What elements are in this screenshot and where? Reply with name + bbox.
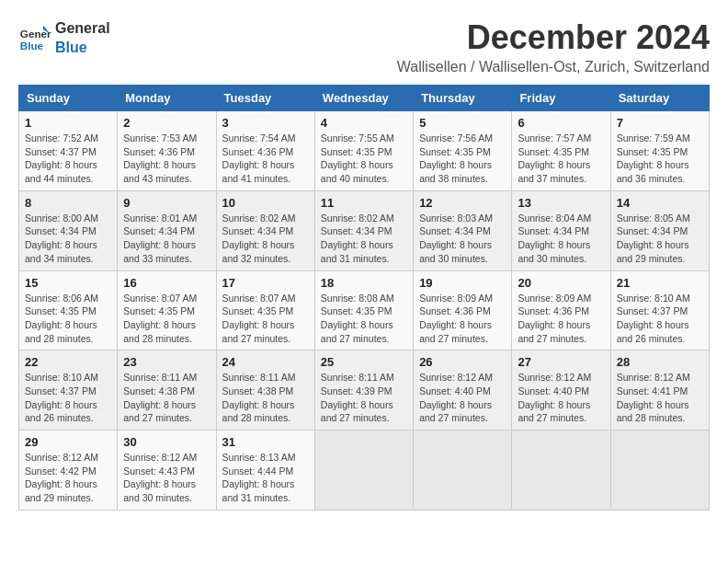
day-info: Sunrise: 8:04 AM Sunset: 4:34 PM Dayligh… (518, 212, 604, 266)
day-info: Sunrise: 8:07 AM Sunset: 4:35 PM Dayligh… (123, 292, 210, 346)
col-saturday: Saturday (610, 86, 709, 111)
logo-icon: General Blue (18, 21, 51, 54)
day-info: Sunrise: 8:09 AM Sunset: 4:36 PM Dayligh… (419, 292, 506, 346)
day-info: Sunrise: 8:09 AM Sunset: 4:36 PM Dayligh… (518, 292, 604, 346)
day-number: 28 (617, 355, 703, 369)
day-number: 3 (222, 116, 309, 130)
calendar-cell: 3 Sunrise: 7:54 AM Sunset: 4:36 PM Dayli… (216, 111, 314, 191)
logo-general: General (55, 20, 110, 36)
day-info: Sunrise: 8:12 AM Sunset: 4:40 PM Dayligh… (419, 371, 506, 425)
calendar-cell: 5 Sunrise: 7:56 AM Sunset: 4:35 PM Dayli… (414, 111, 512, 191)
calendar-week-5: 29 Sunrise: 8:12 AM Sunset: 4:42 PM Dayl… (19, 431, 710, 511)
calendar-cell: 21 Sunrise: 8:10 AM Sunset: 4:37 PM Dayl… (610, 270, 709, 350)
calendar-cell: 19 Sunrise: 8:09 AM Sunset: 4:36 PM Dayl… (414, 270, 512, 350)
calendar-cell: 18 Sunrise: 8:08 AM Sunset: 4:35 PM Dayl… (314, 270, 413, 350)
day-number: 11 (321, 196, 407, 210)
col-sunday: Sunday (19, 86, 118, 111)
day-number: 22 (25, 355, 111, 369)
page-subtitle: Wallisellen / Wallisellen-Ost, Zurich, S… (397, 59, 710, 75)
day-number: 9 (123, 196, 210, 210)
day-number: 7 (617, 116, 703, 130)
calendar-cell (610, 431, 709, 511)
calendar-header-row: Sunday Monday Tuesday Wednesday Thursday… (19, 86, 710, 111)
col-monday: Monday (118, 86, 216, 111)
day-number: 24 (222, 355, 309, 369)
calendar-cell: 29 Sunrise: 8:12 AM Sunset: 4:42 PM Dayl… (19, 431, 118, 511)
day-info: Sunrise: 8:01 AM Sunset: 4:34 PM Dayligh… (123, 212, 210, 266)
calendar-cell: 1 Sunrise: 7:52 AM Sunset: 4:37 PM Dayli… (19, 111, 118, 191)
day-info: Sunrise: 7:56 AM Sunset: 4:35 PM Dayligh… (419, 132, 506, 186)
day-info: Sunrise: 8:13 AM Sunset: 4:44 PM Dayligh… (222, 451, 309, 505)
day-info: Sunrise: 8:03 AM Sunset: 4:34 PM Dayligh… (419, 212, 506, 266)
day-number: 26 (419, 355, 506, 369)
day-info: Sunrise: 8:07 AM Sunset: 4:35 PM Dayligh… (222, 292, 309, 346)
day-info: Sunrise: 8:00 AM Sunset: 4:34 PM Dayligh… (25, 212, 111, 266)
calendar-cell: 27 Sunrise: 8:12 AM Sunset: 4:40 PM Dayl… (512, 350, 610, 431)
day-number: 2 (123, 116, 210, 130)
calendar-cell: 17 Sunrise: 8:07 AM Sunset: 4:35 PM Dayl… (216, 270, 314, 350)
calendar-week-3: 15 Sunrise: 8:06 AM Sunset: 4:35 PM Dayl… (19, 270, 710, 350)
col-friday: Friday (512, 86, 610, 111)
calendar-cell: 15 Sunrise: 8:06 AM Sunset: 4:35 PM Dayl… (19, 270, 118, 350)
day-info: Sunrise: 7:55 AM Sunset: 4:35 PM Dayligh… (321, 132, 407, 186)
day-number: 20 (518, 276, 604, 290)
col-wednesday: Wednesday (314, 86, 413, 111)
day-number: 17 (222, 276, 309, 290)
calendar-cell: 16 Sunrise: 8:07 AM Sunset: 4:35 PM Dayl… (118, 270, 216, 350)
day-number: 30 (123, 435, 210, 449)
day-info: Sunrise: 8:11 AM Sunset: 4:38 PM Dayligh… (222, 371, 309, 425)
calendar-week-1: 1 Sunrise: 7:52 AM Sunset: 4:37 PM Dayli… (19, 111, 710, 191)
calendar-week-2: 8 Sunrise: 8:00 AM Sunset: 4:34 PM Dayli… (19, 190, 710, 270)
calendar-cell (314, 431, 413, 511)
calendar-cell (414, 431, 512, 511)
day-number: 1 (25, 116, 111, 130)
day-number: 14 (617, 196, 703, 210)
day-info: Sunrise: 8:11 AM Sunset: 4:39 PM Dayligh… (321, 371, 407, 425)
calendar-cell: 22 Sunrise: 8:10 AM Sunset: 4:37 PM Dayl… (19, 350, 118, 431)
day-number: 10 (222, 196, 309, 210)
day-info: Sunrise: 7:57 AM Sunset: 4:35 PM Dayligh… (518, 132, 604, 186)
calendar-cell: 4 Sunrise: 7:55 AM Sunset: 4:35 PM Dayli… (314, 111, 413, 191)
day-info: Sunrise: 8:10 AM Sunset: 4:37 PM Dayligh… (617, 292, 703, 346)
day-number: 31 (222, 435, 309, 449)
calendar-cell: 23 Sunrise: 8:11 AM Sunset: 4:38 PM Dayl… (118, 350, 216, 431)
day-number: 21 (617, 276, 703, 290)
day-info: Sunrise: 8:12 AM Sunset: 4:40 PM Dayligh… (518, 371, 604, 425)
day-info: Sunrise: 8:02 AM Sunset: 4:34 PM Dayligh… (222, 212, 309, 266)
calendar-cell: 12 Sunrise: 8:03 AM Sunset: 4:34 PM Dayl… (414, 190, 512, 270)
day-number: 13 (518, 196, 604, 210)
logo: General Blue General Blue (18, 18, 110, 57)
calendar-cell: 25 Sunrise: 8:11 AM Sunset: 4:39 PM Dayl… (314, 350, 413, 431)
calendar-cell: 31 Sunrise: 8:13 AM Sunset: 4:44 PM Dayl… (216, 431, 314, 511)
day-info: Sunrise: 8:12 AM Sunset: 4:43 PM Dayligh… (123, 451, 210, 505)
calendar-cell: 28 Sunrise: 8:12 AM Sunset: 4:41 PM Dayl… (610, 350, 709, 431)
calendar-cell: 20 Sunrise: 8:09 AM Sunset: 4:36 PM Dayl… (512, 270, 610, 350)
day-number: 15 (25, 276, 111, 290)
calendar-cell: 14 Sunrise: 8:05 AM Sunset: 4:34 PM Dayl… (610, 190, 709, 270)
day-number: 12 (419, 196, 506, 210)
title-block: December 2024 Wallisellen / Wallisellen-… (397, 18, 710, 75)
col-thursday: Thursday (414, 86, 512, 111)
day-info: Sunrise: 8:10 AM Sunset: 4:37 PM Dayligh… (25, 371, 111, 425)
logo-blue: Blue (55, 40, 87, 55)
day-number: 29 (25, 435, 111, 449)
day-number: 4 (321, 116, 407, 130)
day-number: 19 (419, 276, 506, 290)
day-number: 6 (518, 116, 604, 130)
calendar-table: Sunday Monday Tuesday Wednesday Thursday… (18, 85, 710, 511)
day-info: Sunrise: 8:05 AM Sunset: 4:34 PM Dayligh… (617, 212, 703, 266)
day-info: Sunrise: 7:54 AM Sunset: 4:36 PM Dayligh… (222, 132, 309, 186)
calendar-cell: 7 Sunrise: 7:59 AM Sunset: 4:35 PM Dayli… (610, 111, 709, 191)
day-number: 16 (123, 276, 210, 290)
col-tuesday: Tuesday (216, 86, 314, 111)
calendar-cell: 24 Sunrise: 8:11 AM Sunset: 4:38 PM Dayl… (216, 350, 314, 431)
calendar-cell: 11 Sunrise: 8:02 AM Sunset: 4:34 PM Dayl… (314, 190, 413, 270)
svg-text:General: General (20, 28, 51, 40)
calendar-cell: 9 Sunrise: 8:01 AM Sunset: 4:34 PM Dayli… (118, 190, 216, 270)
calendar-cell: 10 Sunrise: 8:02 AM Sunset: 4:34 PM Dayl… (216, 190, 314, 270)
day-number: 18 (321, 276, 407, 290)
calendar-cell: 6 Sunrise: 7:57 AM Sunset: 4:35 PM Dayli… (512, 111, 610, 191)
day-info: Sunrise: 8:02 AM Sunset: 4:34 PM Dayligh… (321, 212, 407, 266)
day-info: Sunrise: 7:52 AM Sunset: 4:37 PM Dayligh… (25, 132, 111, 186)
day-info: Sunrise: 8:11 AM Sunset: 4:38 PM Dayligh… (123, 371, 210, 425)
